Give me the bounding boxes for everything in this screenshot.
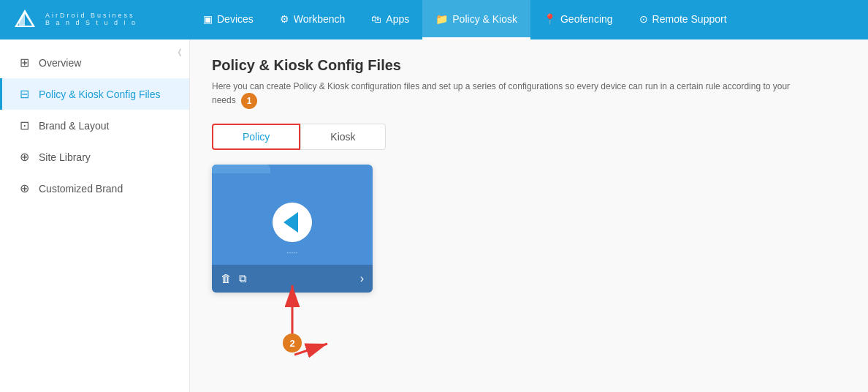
card-logo-circle — [273, 203, 312, 242]
tab-bar: Policy Kiosk — [212, 124, 846, 150]
nav-label-workbench: Workbench — [294, 13, 346, 25]
main-content: Policy & Kiosk Config Files Here you can… — [190, 39, 868, 392]
nav-label-policy-kiosk: Policy & Kiosk — [452, 13, 517, 25]
sidebar-collapse-button[interactable]: 《 — [173, 47, 182, 59]
card-next-arrow-icon[interactable]: › — [360, 272, 364, 285]
copy-icon[interactable]: ⧉ — [239, 272, 247, 285]
policy-kiosk-icon: 📁 — [435, 13, 448, 25]
remote-support-icon: ⊙ — [639, 13, 648, 25]
nav-item-policy-kiosk[interactable]: 📁 Policy & Kiosk — [422, 0, 530, 39]
sidebar-label-brand-layout: Brand & Layout — [39, 120, 110, 132]
delete-icon[interactable]: 🗑 — [221, 272, 232, 285]
nav-item-geofencing[interactable]: 📍 Geofencing — [530, 0, 626, 39]
logo-icon — [12, 7, 38, 33]
logo-text: AirDroid Business B a n d S t u d i o — [45, 12, 137, 27]
sidebar-item-customized-brand[interactable]: ⊕ Customized Brand — [0, 173, 189, 204]
card-annotation-area: ····· 🗑 ⧉ › — [212, 165, 373, 293]
description-text: Here you can create Policy & Kiosk confi… — [212, 81, 790, 105]
nav-item-apps[interactable]: 🛍 Apps — [358, 0, 422, 39]
sidebar-item-site-library[interactable]: ⊕ Site Library — [0, 141, 189, 173]
top-navigation: AirDroid Business B a n d S t u d i o ▣ … — [0, 0, 868, 39]
tab-policy[interactable]: Policy — [212, 124, 300, 150]
sidebar-label-policy-kiosk-config: Policy & Kiosk Config Files — [39, 88, 161, 100]
sidebar-label-site-library: Site Library — [39, 151, 91, 163]
page-description: Here you can create Policy & Kiosk confi… — [212, 80, 796, 109]
devices-icon: ▣ — [203, 13, 213, 25]
card-footer-actions: 🗑 ⧉ — [221, 272, 247, 285]
customized-brand-icon: ⊕ — [17, 181, 31, 195]
airdroid-arrow-icon — [283, 212, 298, 233]
sidebar: 《 ⊞ Overview ⊟ Policy & Kiosk Config Fil… — [0, 39, 190, 392]
site-library-icon: ⊕ — [17, 150, 31, 164]
geofencing-icon: 📍 — [544, 13, 556, 25]
brand-layout-icon: ⊡ — [17, 118, 31, 132]
logo-area: AirDroid Business B a n d S t u d i o — [0, 7, 190, 33]
red-annotation-arrow-2 — [294, 340, 338, 369]
workbench-icon: ⚙ — [280, 13, 289, 25]
nav-item-remote-support[interactable]: ⊙ Remote Support — [626, 0, 740, 39]
policy-kiosk-config-icon: ⊟ — [17, 87, 31, 101]
overview-icon: ⊞ — [17, 56, 31, 69]
nav-item-workbench[interactable]: ⚙ Workbench — [267, 0, 359, 39]
main-layout: 《 ⊞ Overview ⊟ Policy & Kiosk Config Fil… — [0, 39, 868, 392]
nav-label-devices: Devices — [217, 13, 254, 25]
nav-label-apps: Apps — [386, 13, 409, 25]
tab-kiosk[interactable]: Kiosk — [300, 124, 385, 150]
nav-label-remote-support: Remote Support — [652, 13, 727, 25]
apps-icon: 🛍 — [371, 13, 381, 25]
nav-item-devices[interactable]: ▣ Devices — [190, 0, 267, 39]
nav-label-geofencing: Geofencing — [560, 13, 613, 25]
sidebar-label-customized-brand: Customized Brand — [39, 183, 123, 195]
svg-line-6 — [294, 344, 327, 355]
policy-card[interactable]: ····· 🗑 ⧉ › — [212, 165, 373, 293]
sidebar-item-brand-layout[interactable]: ⊡ Brand & Layout — [0, 110, 189, 141]
sidebar-item-overview[interactable]: ⊞ Overview — [0, 47, 189, 78]
step1-badge: 1 — [241, 93, 257, 109]
nav-items: ▣ Devices ⚙ Workbench 🛍 Apps 📁 Policy & … — [190, 0, 868, 39]
sidebar-item-policy-kiosk-config[interactable]: ⊟ Policy & Kiosk Config Files — [0, 78, 189, 110]
page-title: Policy & Kiosk Config Files — [212, 57, 846, 74]
card-label: ····· — [286, 248, 297, 257]
sidebar-label-overview: Overview — [39, 57, 81, 69]
app-subtitle: B a n d S t u d i o — [45, 20, 137, 27]
